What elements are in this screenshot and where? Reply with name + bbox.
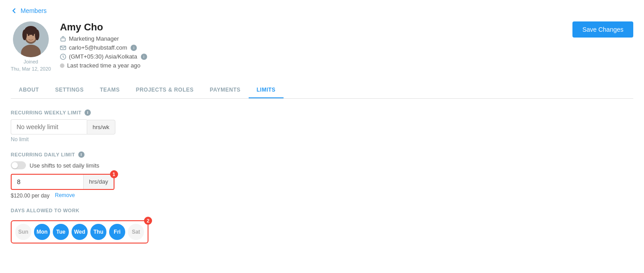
back-label: Members: [21, 7, 47, 14]
clock-icon: [60, 54, 66, 60]
back-nav[interactable]: Members: [11, 7, 633, 14]
days-section: DAYS ALLOWED TO WORK 2 SunMonTueWedThuFr…: [11, 208, 633, 244]
email-info-icon[interactable]: i: [131, 45, 137, 51]
tab-limits[interactable]: LIMITS: [249, 82, 284, 98]
days-row-wrap: 2 SunMonTueWedThuFriSat: [11, 220, 148, 244]
toggle-knob: [12, 162, 18, 168]
day-btn-mon[interactable]: Mon: [34, 224, 50, 240]
briefcase-icon: [60, 36, 66, 42]
timezone-text: (GMT+05:30) Asia/Kolkata: [69, 53, 137, 60]
toggle-row: Use shifts to set daily limits: [11, 161, 633, 169]
joined-date: Thu, Mar 12, 2020: [11, 66, 51, 71]
day-btn-fri[interactable]: Fri: [109, 224, 125, 240]
weekly-limit-section: RECURRING WEEKLY LIMIT i hrs/wk No limit: [11, 109, 633, 143]
timezone-info-icon[interactable]: i: [141, 54, 147, 60]
weekly-unit: hrs/wk: [87, 120, 115, 134]
daily-info-icon[interactable]: i: [78, 151, 85, 158]
profile-role: Marketing Manager: [60, 35, 147, 42]
profile-header: Joined Thu, Mar 12, 2020 Amy Cho Marketi…: [11, 21, 633, 71]
day-btn-sat[interactable]: Sat: [128, 224, 144, 240]
tab-settings[interactable]: SETTINGS: [47, 82, 92, 98]
day-btn-sun[interactable]: Sun: [15, 224, 31, 240]
day-btn-thu[interactable]: Thu: [90, 224, 106, 240]
profile-timezone: (GMT+05:30) Asia/Kolkata i: [60, 53, 147, 60]
days-row: SunMonTueWedThuFriSat: [11, 220, 148, 244]
day-btn-wed[interactable]: Wed: [72, 224, 88, 240]
remove-link[interactable]: Remove: [55, 192, 75, 198]
joined-label: Joined: [24, 59, 38, 64]
tab-about[interactable]: ABOUT: [11, 82, 47, 98]
mail-icon: [60, 45, 66, 51]
no-limit-text: No limit: [11, 136, 633, 143]
weekly-limit-input[interactable]: [11, 119, 87, 134]
daily-input-wrap: 1 hrs/day: [11, 174, 114, 190]
days-badge: 2: [144, 217, 152, 225]
days-label: DAYS ALLOWED TO WORK: [11, 208, 633, 213]
tab-teams[interactable]: TEAMS: [92, 82, 128, 98]
weekly-info-icon[interactable]: i: [85, 109, 91, 116]
role-text: Marketing Manager: [69, 35, 119, 42]
daily-badge: 1: [110, 170, 118, 178]
profile-name: Amy Cho: [60, 21, 147, 33]
avatar-wrap: Joined Thu, Mar 12, 2020: [11, 21, 51, 71]
daily-limit-input[interactable]: [12, 175, 83, 189]
per-day-remove-row: $120.00 per day Remove: [11, 192, 633, 199]
tab-payments[interactable]: PAYMENTS: [202, 82, 249, 98]
svg-rect-9: [61, 38, 65, 41]
daily-limit-label: RECURRING DAILY LIMIT i: [11, 151, 633, 158]
profile-email: carlo+5@hubstaff.com i: [60, 44, 147, 51]
tabs-bar: ABOUT SETTINGS TEAMS PROJECTS & ROLES PA…: [11, 82, 633, 99]
avatar: [13, 21, 49, 57]
svg-point-7: [22, 29, 27, 40]
per-day-text: $120.00 per day: [11, 193, 50, 199]
weekly-limit-input-row: hrs/wk: [11, 119, 633, 134]
tab-projects-roles[interactable]: PROJECTS & ROLES: [128, 82, 202, 98]
toggle-label: Use shifts to set daily limits: [30, 162, 99, 169]
svg-point-8: [35, 29, 39, 40]
chevron-left-icon: [11, 7, 18, 14]
last-tracked-text: Last tracked time a year ago: [67, 62, 140, 69]
profile-last-tracked: Last tracked time a year ago: [60, 62, 147, 69]
day-btn-tue[interactable]: Tue: [53, 224, 69, 240]
weekly-limit-label: RECURRING WEEKLY LIMIT i: [11, 109, 633, 116]
profile-info: Amy Cho Marketing Manager carlo: [60, 21, 147, 69]
daily-unit: hrs/day: [83, 175, 114, 189]
daily-limit-section: RECURRING DAILY LIMIT i Use shifts to se…: [11, 151, 633, 199]
save-changes-button[interactable]: Save Changes: [572, 21, 633, 38]
daily-limit-input-group: hrs/day: [11, 174, 114, 190]
shifts-toggle[interactable]: [11, 161, 26, 169]
status-dot: [60, 63, 64, 68]
email-text: carlo+5@hubstaff.com: [69, 44, 127, 51]
